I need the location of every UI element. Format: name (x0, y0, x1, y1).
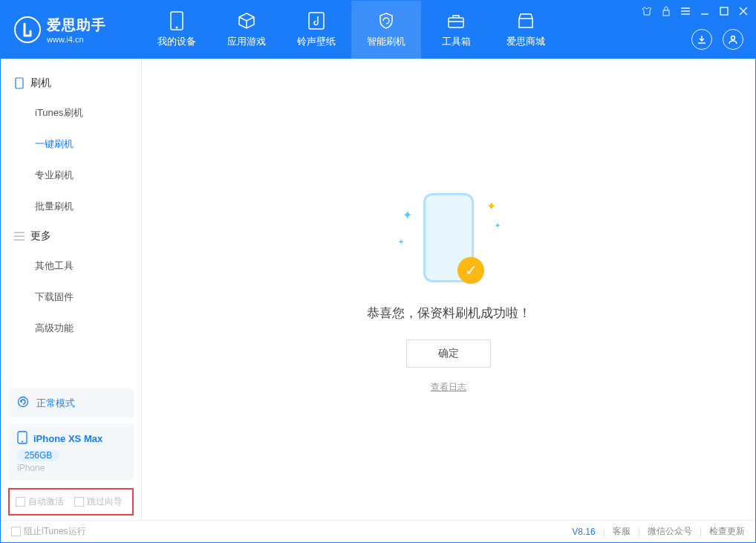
cube-icon (237, 11, 256, 30)
toolbox-icon (446, 11, 466, 30)
success-illustration: ✦ ✦ ✦ ✦ ✓ (397, 186, 501, 290)
svg-rect-3 (449, 18, 463, 27)
success-message: 恭喜您，保资料刷机成功啦！ (367, 305, 531, 322)
svg-rect-2 (309, 13, 324, 29)
footer-link-support[interactable]: 客服 (613, 525, 630, 538)
view-log-link[interactable]: 查看日志 (431, 381, 466, 394)
svg-point-10 (22, 441, 23, 443)
store-icon (516, 11, 535, 30)
tab-my-device[interactable]: 我的设备 (142, 1, 212, 59)
tab-apps-games[interactable]: 应用游戏 (212, 1, 281, 59)
tab-store[interactable]: 爱思商城 (491, 1, 561, 59)
storage-badge: 256GB (17, 449, 59, 461)
svg-point-6 (731, 36, 735, 40)
device-card[interactable]: iPhone XS Max 256GB iPhone (8, 423, 134, 481)
sidebar-group-flash: 刷机 (1, 69, 141, 97)
tab-label: 铃声壁纸 (297, 35, 336, 48)
sidebar-item-other-tools[interactable]: 其他工具 (1, 250, 141, 282)
tab-label: 工具箱 (442, 35, 471, 48)
svg-rect-5 (720, 7, 728, 15)
sparkle-icon: ✦ (403, 208, 412, 222)
sidebar-item-pro-flash[interactable]: 专业刷机 (1, 160, 141, 191)
group-title: 更多 (30, 230, 51, 243)
user-icon[interactable] (723, 29, 743, 50)
mode-label: 正常模式 (36, 397, 75, 410)
sidebar-item-download-firmware[interactable]: 下载固件 (1, 282, 141, 313)
logo-section: 爱思助手 www.i4.cn (1, 1, 142, 59)
block-itunes-checkbox[interactable]: 阻止iTunes运行 (11, 525, 86, 538)
menu-icon[interactable] (680, 5, 691, 17)
sidebar-item-oneclick-flash[interactable]: 一键刷机 (1, 129, 141, 160)
tab-label: 应用游戏 (227, 35, 266, 48)
phone-icon (14, 78, 25, 88)
tab-label: 智能刷机 (367, 35, 405, 48)
version-label: V8.16 (572, 527, 595, 537)
mode-card[interactable]: 正常模式 (8, 388, 134, 417)
svg-rect-7 (16, 78, 23, 88)
shirt-icon[interactable] (641, 5, 653, 17)
music-icon (307, 11, 326, 30)
minimize-icon[interactable] (699, 5, 711, 17)
maximize-icon[interactable] (718, 5, 730, 17)
svg-point-1 (176, 27, 178, 29)
sidebar: 刷机 iTunes刷机 一键刷机 专业刷机 批量刷机 更多 其他工具 下载固件 … (1, 59, 142, 520)
sparkle-icon: ✦ (495, 221, 501, 230)
shield-refresh-icon (377, 11, 396, 30)
footer-link-wechat[interactable]: 微信公众号 (648, 525, 692, 538)
main-tabs: 我的设备 应用游戏 铃声壁纸 智能刷机 工具箱 爱思商城 (142, 1, 561, 59)
window-controls (641, 5, 749, 17)
device-type: iPhone (17, 463, 125, 473)
sidebar-item-advanced[interactable]: 高级功能 (1, 313, 141, 344)
ok-button[interactable]: 确定 (406, 339, 491, 368)
lock-icon[interactable] (660, 5, 672, 17)
app-title: 爱思助手 (47, 16, 106, 35)
device-phone-icon (17, 431, 27, 446)
tab-smart-flash[interactable]: 智能刷机 (351, 1, 421, 59)
svg-rect-4 (663, 10, 669, 16)
sparkle-icon: ✦ (398, 238, 404, 246)
close-icon[interactable] (737, 5, 749, 17)
app-url: www.i4.cn (47, 35, 106, 44)
list-icon (14, 231, 25, 241)
device-icon (167, 11, 186, 30)
sparkle-icon: ✦ (486, 199, 496, 213)
device-name: iPhone XS Max (33, 433, 102, 444)
header: 爱思助手 www.i4.cn 我的设备 应用游戏 铃声壁纸 智能刷机 工具箱 爱… (1, 1, 755, 59)
tab-toolbox[interactable]: 工具箱 (421, 1, 491, 59)
tab-ringtones-wallpapers[interactable]: 铃声壁纸 (281, 1, 351, 59)
sidebar-item-batch-flash[interactable]: 批量刷机 (1, 191, 141, 222)
sidebar-item-itunes-flash[interactable]: iTunes刷机 (1, 97, 141, 129)
main-content: ✦ ✦ ✦ ✦ ✓ 恭喜您，保资料刷机成功啦！ 确定 查看日志 (142, 59, 755, 520)
header-right-icons (691, 29, 743, 50)
options-row: 自动激活 跳过向导 (8, 488, 134, 516)
app-logo-icon (14, 16, 41, 43)
svg-point-8 (19, 397, 28, 407)
tab-label: 爱思商城 (506, 35, 545, 48)
footer: 阻止iTunes运行 V8.16 | 客服 | 微信公众号 | 检查更新 (1, 520, 755, 542)
footer-link-update[interactable]: 检查更新 (709, 525, 745, 538)
tab-label: 我的设备 (157, 35, 196, 48)
download-icon[interactable] (691, 29, 712, 50)
check-badge-icon: ✓ (457, 257, 484, 284)
auto-activate-checkbox[interactable]: 自动激活 (16, 495, 64, 508)
sidebar-group-more: 更多 (1, 222, 141, 250)
group-title: 刷机 (30, 77, 51, 90)
refresh-icon (17, 396, 29, 410)
skip-guide-checkbox[interactable]: 跳过向导 (74, 495, 123, 508)
